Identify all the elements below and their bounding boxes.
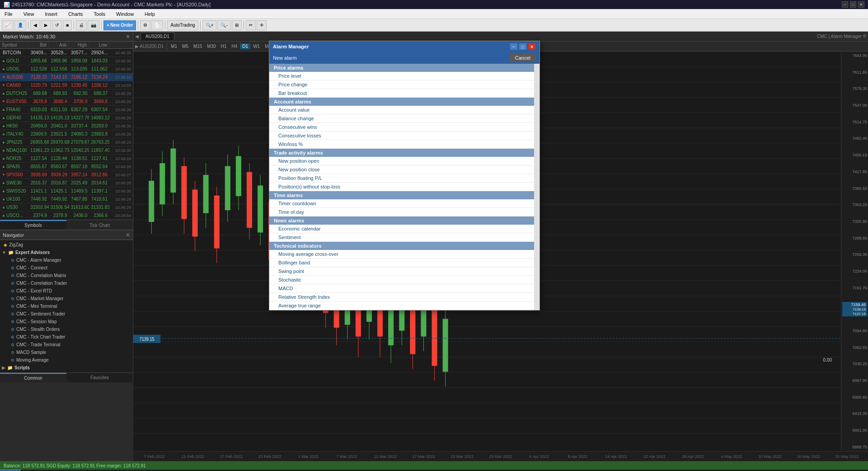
nav-cmc-mini-terminal[interactable]: ⚙ CMC - Mini Terminal (0, 302, 133, 310)
zoom-out-button[interactable]: 🔍- (217, 20, 230, 30)
alarm-item-5-0[interactable]: Moving average cross-over (269, 250, 534, 259)
mw-row-swe30[interactable]: ▲ SWE30 2016.37 2016.87 2025.49 2014.61 … (0, 179, 133, 187)
alarm-item-5-4[interactable]: MACD (269, 284, 534, 293)
market-watch-scroll[interactable]: BITCOIN 30409... 30529... 30577... 29924… (0, 49, 133, 220)
mw-row-can60[interactable]: ▼ CAN60 1220.79 1221.59 1230.45 1206.12 … (0, 81, 133, 89)
nav-cmc-corr-trader[interactable]: ⚙ CMC - Correlation Trader (0, 279, 133, 287)
alarm-item-1-3[interactable]: Consecutive losses (269, 132, 534, 140)
menu-view[interactable]: View (21, 10, 37, 18)
mw-row-dutch25[interactable]: ▲ DUTCH25 689.68 689.93 692.30 688.37 10… (0, 89, 133, 98)
forward-button[interactable]: ▶ (41, 20, 51, 30)
alarm-item-0-2[interactable]: Bar breakout (269, 89, 534, 98)
zoom-in-button[interactable]: 🔍+ (202, 20, 217, 30)
alarm-item-3-1[interactable]: Time of day (269, 208, 534, 217)
title-bar-controls[interactable]: ─ □ ✕ (842, 1, 864, 8)
nav-cmc-trade-terminal[interactable]: ⚙ CMC - Trade Terminal (0, 341, 133, 349)
back-button[interactable]: ◀ (30, 20, 40, 30)
alarm-close-button[interactable]: ✕ (528, 43, 536, 50)
profiles-button[interactable]: 👤 (14, 20, 26, 30)
print-button[interactable]: 🖨 (76, 20, 87, 30)
mw-row-usoil[interactable]: ▲ USOIL 112.528 112.558 113.035 111.062 … (0, 65, 133, 73)
alarm-item-2-2[interactable]: Position floating P/L (269, 174, 534, 183)
alarm-minimize-button[interactable]: ─ (510, 43, 518, 50)
nav-cmc-alarm-manager[interactable]: ⚙ CMC - Alarm Manager (0, 256, 133, 264)
nav-folder-expert-advisors[interactable]: ▼ 📁 Expert Advisors (0, 249, 133, 256)
mw-row-italy40[interactable]: ▲ ITALY40 23909.5 23921.5 24060.3 23893.… (0, 130, 133, 138)
nav-cmc-corr-matrix[interactable]: ⚙ CMC - Correlation Matrix (0, 272, 133, 279)
crosshair-button[interactable]: ✛ (257, 20, 267, 30)
menu-insert[interactable]: Insert (42, 10, 60, 18)
alarm-dialog-controls[interactable]: ─ □ ✕ (510, 43, 536, 50)
auto-trading-button[interactable]: AutoTrading (167, 20, 198, 30)
refresh-button[interactable]: ↺ (52, 20, 62, 30)
nav-cmc-sentiment-trader[interactable]: ⚙ CMC - Sentiment Trader (0, 310, 133, 318)
mw-row-ger40[interactable]: ▲ GER40 14135.13 14135.13 14227.78 14083… (0, 114, 133, 122)
menu-file[interactable]: File (2, 10, 15, 18)
alarm-item-2-3[interactable]: Position(s) without stop-loss (269, 183, 534, 191)
alarm-item-2-1[interactable]: New position close (269, 165, 534, 174)
nav-cmc-market-manager[interactable]: ⚙ CMC - Market Manager (0, 295, 133, 302)
market-watch-close[interactable]: ✕ (126, 33, 130, 40)
tab-common[interactable]: Common (0, 373, 66, 382)
templates-button[interactable]: 📄 (151, 20, 163, 30)
nav-cmc-session-map[interactable]: ⚙ CMC - Session Map (0, 318, 133, 325)
alarm-item-2-0[interactable]: New position open (269, 157, 534, 165)
nav-moving-average[interactable]: ⚙ Moving Average (0, 356, 133, 364)
mw-row-aus200[interactable]: ▼ AUS200 7139.15 7143.15 7196.12 7134.24… (0, 73, 133, 81)
mw-row-ndaq100[interactable]: ▲ NDAQ100 11961.23 11962.73 12042.29 118… (0, 146, 133, 155)
new-order-button[interactable]: + New Order (103, 20, 136, 30)
alarm-item-5-6[interactable]: Average true range (269, 301, 534, 310)
mw-row-spx500[interactable]: ▼ SPX500 3938.69 3939.29 3957.14 3912.86… (0, 171, 133, 179)
alarm-item-1-4[interactable]: Win/loss % (269, 140, 534, 149)
nav-cmc-excel-rtd[interactable]: ⚙ CMC - Excel RTD (0, 287, 133, 295)
alarm-item-4-1[interactable]: Sentiment (269, 233, 534, 242)
mw-row-uk100[interactable]: ▲ UK100 7448.92 7449.92 7467.85 7410.61 … (0, 195, 133, 203)
alarm-item-5-1[interactable]: Bollinger band (269, 259, 534, 267)
alarm-item-4-0[interactable]: Economic calendar (269, 225, 534, 233)
alarm-scrollbar[interactable] (534, 64, 540, 310)
mw-row-fra40[interactable]: ▲ FRA40 6310.03 6311.03 6357.29 6307.54 … (0, 106, 133, 114)
nav-cmc-connect[interactable]: ⚙ CMC - Connect (0, 264, 133, 272)
menu-window[interactable]: Window (113, 10, 136, 18)
alarm-item-1-2[interactable]: Consecutive wins (269, 123, 534, 132)
navigator-scroll[interactable]: ◆ ZigZag ▼ 📁 Expert Advisors ⚙ CMC - Ala… (0, 240, 133, 372)
alarm-item-5-2[interactable]: Swing point (269, 267, 534, 276)
alarm-cancel-button[interactable]: Cancel (510, 54, 536, 62)
draw-button[interactable]: ✏ (246, 20, 256, 30)
alarm-item-3-0[interactable]: Timer countdown (269, 199, 534, 208)
nav-folder-scripts[interactable]: ▶ 📁 Scripts (0, 364, 133, 372)
menu-charts[interactable]: Charts (66, 10, 85, 18)
mw-row-usco...[interactable]: ▲ USCO... 2374.9 2378.9 2436.0 2366.6 20… (0, 212, 133, 220)
alarm-item-1-0[interactable]: Account value (269, 106, 534, 114)
tab-symbols[interactable]: Symbols (0, 220, 66, 230)
mw-row-jpn225[interactable]: ▲ JPN225 26955.68 26970.68 27079.67 2676… (0, 138, 133, 146)
maximize-button[interactable]: □ (850, 1, 856, 8)
mw-row-nor25[interactable]: ▲ NOR25 1127.54 1128.44 1138.51 1127.41 … (0, 155, 133, 163)
close-button[interactable]: ✕ (858, 1, 864, 8)
nav-cmc-stealth-orders[interactable]: ⚙ CMC - Stealth Orders (0, 325, 133, 333)
nav-zigzag[interactable]: ◆ ZigZag (0, 241, 133, 249)
nav-cmc-tick-chart[interactable]: ⚙ CMC - Tick Chart Trader (0, 333, 133, 341)
mw-row-eustx50[interactable]: ▼ EUSTX50 3678.8 3680.4 3706.9 3669.6 10… (0, 98, 133, 106)
alarm-item-5-5[interactable]: Relative Strength Index (269, 293, 534, 301)
menu-help[interactable]: Help (142, 10, 158, 18)
alarm-body[interactable]: Price alarmsPrice levelPrice changeBar b… (269, 64, 534, 310)
mw-row-swiss20[interactable]: ▲ SWISS20 11421.1 11425.1 11469.5 11397.… (0, 187, 133, 195)
mw-row-spa35[interactable]: ▲ SPA35 8555.67 8560.67 8597.18 8552.64 … (0, 163, 133, 171)
mw-row-gold[interactable]: ▲ GOLD 1855.66 1855.96 1858.08 1843.03 1… (0, 57, 133, 65)
fit-button[interactable]: ⊞ (232, 20, 242, 30)
stop-button[interactable]: ■ (63, 20, 72, 30)
alarm-item-1-1[interactable]: Balance change (269, 114, 534, 123)
alarm-item-5-3[interactable]: Stochastic (269, 276, 534, 284)
alarm-maximize-button[interactable]: □ (519, 43, 527, 50)
menu-tools[interactable]: Tools (91, 10, 108, 18)
tab-favorites[interactable]: Favorites (66, 373, 133, 382)
tab-tick-chart[interactable]: Tick Chart (66, 220, 133, 230)
mw-row-hk50[interactable]: ▲ HK50 20456.0 20461.0 20737.4 20293.0 1… (0, 122, 133, 130)
nav-macd-sample[interactable]: ⚙ MACD Sample (0, 349, 133, 356)
minimize-button[interactable]: ─ (842, 1, 848, 8)
navigator-close[interactable]: ✕ (126, 232, 130, 238)
chart-props-button[interactable]: ⚙ (140, 20, 150, 30)
new-chart-button[interactable]: 📈 (2, 20, 14, 30)
alarm-item-0-1[interactable]: Price change (269, 80, 534, 89)
